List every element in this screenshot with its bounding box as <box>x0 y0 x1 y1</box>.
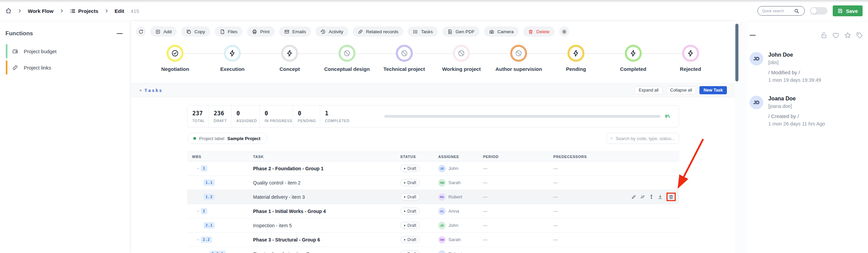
workflow-step-pending[interactable]: Pending <box>547 45 605 72</box>
workflow-step-working-project[interactable]: Working project <box>433 45 490 72</box>
link-icon <box>358 29 363 34</box>
workflow-step-author-supervision[interactable]: Author supervision <box>490 45 547 72</box>
edit-icon[interactable] <box>631 194 636 199</box>
functions-panel: Functions Project budget Project links <box>0 21 131 253</box>
quick-search-input[interactable] <box>762 9 792 13</box>
workflow-step-rejected[interactable]: Rejected <box>662 45 719 72</box>
task-search-input[interactable] <box>616 136 675 141</box>
settings-button[interactable] <box>559 26 569 37</box>
delete-row-icon[interactable] <box>669 194 674 199</box>
unlock-icon[interactable] <box>820 32 828 39</box>
chevron-right-icon <box>17 8 22 13</box>
home-icon[interactable] <box>5 8 12 14</box>
copy-button[interactable]: Copy <box>181 26 210 37</box>
workflow-step-technical-project[interactable]: Technical project <box>375 45 433 72</box>
chevron-right-icon <box>59 8 64 13</box>
wbs-badge: 1.2 <box>204 194 215 200</box>
table-row[interactable]: 2.2.1 Structural analysis - item 7 Draft… <box>187 247 679 253</box>
table-row[interactable]: 1.2 Material delivery - item 3 Draft RKR… <box>187 190 679 204</box>
save-icon <box>837 8 843 14</box>
table-row[interactable]: 1.1 Quality control - item 2 Draft SMSar… <box>187 176 679 190</box>
modified-by-entry: JD John Doe [obs] / Modified by / 1 mon … <box>746 52 868 83</box>
gear-icon <box>562 29 567 34</box>
emails-button[interactable]: Emails <box>279 26 311 37</box>
activity-button[interactable]: Activity <box>315 26 348 37</box>
created-by-entry: JD Joana Doe [joana.doe] / Created by / … <box>746 96 868 126</box>
predecessors-value: — <box>553 223 631 228</box>
avatar: JD <box>750 96 763 109</box>
predecessors-value: — <box>553 166 631 171</box>
period-value: — <box>483 223 553 228</box>
bolt-icon <box>286 50 293 57</box>
pin-icon[interactable] <box>649 194 654 199</box>
add-button[interactable]: Add <box>150 26 177 37</box>
audit-action: / Modified by / <box>768 70 821 75</box>
files-button[interactable]: Files <box>215 26 243 37</box>
tag-icon[interactable] <box>856 32 863 39</box>
sidebar-item-project-links[interactable]: Project links <box>0 59 131 76</box>
related-records-button[interactable]: Related records <box>353 26 403 37</box>
collapse-functions-button[interactable] <box>117 31 123 37</box>
chevron-right-icon <box>104 8 109 13</box>
toggle-switch[interactable] <box>810 7 828 15</box>
table-row[interactable]: 1 Phase 2 - Foundation - Group 1 Draft J… <box>187 161 679 176</box>
table-row[interactable]: 2 Phase 1 - Initial Works - Group 4 Draf… <box>187 204 679 218</box>
status-badge: Draft <box>400 193 420 200</box>
period-value: — <box>483 194 553 199</box>
stat-in-progress: 0IN PROGRESS <box>260 105 293 127</box>
heart-icon[interactable] <box>832 32 840 39</box>
predecessors-value: — <box>553 194 631 199</box>
task-name: Structural analysis - item 7 <box>253 251 400 253</box>
expand-all-button[interactable]: Expand all <box>635 86 662 94</box>
new-task-button[interactable]: New Task <box>699 86 727 94</box>
delete-button[interactable]: Delete <box>523 26 555 37</box>
swap-icon[interactable] <box>640 194 645 199</box>
save-button[interactable]: Save <box>833 5 863 16</box>
record-id: 415 <box>131 8 139 14</box>
tasks-table: WBS TASK STATUS ASSIGNEE PERIOD PREDECES… <box>187 152 679 253</box>
camera-button[interactable]: Camera <box>484 26 519 37</box>
search-icon[interactable] <box>794 8 799 14</box>
tasks-button[interactable]: Tasks <box>408 26 438 37</box>
audit-time: 1 mon 26 days 11 hrs Ago <box>768 121 825 126</box>
wbs-badge: 1.1 <box>204 179 215 186</box>
print-button[interactable]: Print <box>247 26 275 37</box>
project-label-chip[interactable]: Project label Sample Project <box>187 133 267 144</box>
collapse-meta-button[interactable] <box>750 32 756 38</box>
breadcrumb-workflow[interactable]: Work Flow <box>28 8 54 14</box>
star-icon[interactable] <box>844 32 851 39</box>
record-meta-panel: JD John Doe [obs] / Modified by / 1 mon … <box>746 21 868 253</box>
avatar: SM <box>438 236 446 244</box>
table-header: WBS TASK STATUS ASSIGNEE PERIOD PREDECES… <box>187 152 679 161</box>
workflow-step-conceptual-design[interactable]: Conceptual design <box>318 45 375 72</box>
workflow-step-execution[interactable]: Execution <box>204 45 261 72</box>
breadcrumb-projects[interactable]: Projects <box>70 8 98 14</box>
scrollbar-track <box>735 21 746 253</box>
collapse-all-button[interactable]: Collapse all <box>666 86 696 94</box>
gen-pdf-button[interactable]: Gen PDF <box>442 26 480 37</box>
sidebar-item-project-budget[interactable]: Project budget <box>0 43 131 59</box>
printer-icon <box>252 29 257 34</box>
refresh-button[interactable] <box>136 26 146 37</box>
workflow-step-negotiation[interactable]: Negotiation <box>147 45 204 72</box>
download-icon[interactable] <box>658 194 663 199</box>
wallet-icon <box>12 48 18 54</box>
chevron-down-icon[interactable] <box>196 167 200 171</box>
quick-search <box>757 6 805 16</box>
table-row[interactable]: 2.1 Inspection - item 5 Draft JDJohn — — <box>187 218 679 233</box>
avatar: RK <box>438 193 446 201</box>
workflow-step-concept[interactable]: Concept <box>261 45 319 72</box>
accent-bar <box>6 44 7 58</box>
table-row[interactable]: 2.2 Phase 3 - Structural - Group 6 Draft… <box>187 233 679 247</box>
assignee-name: John <box>448 223 458 228</box>
chevron-down-icon[interactable] <box>196 209 200 213</box>
tasks-section-title: Tasks <box>140 88 163 93</box>
predecessors-value: — <box>553 209 631 214</box>
checklist-icon <box>413 29 418 34</box>
task-name: Quality control - item 2 <box>253 180 400 186</box>
chevron-down-icon[interactable] <box>196 238 200 242</box>
predecessors-value: — <box>553 180 631 185</box>
assignee-name: Robert <box>448 194 462 199</box>
workflow-step-completed[interactable]: Completed <box>604 45 662 72</box>
scrollbar-thumb[interactable] <box>735 24 738 81</box>
